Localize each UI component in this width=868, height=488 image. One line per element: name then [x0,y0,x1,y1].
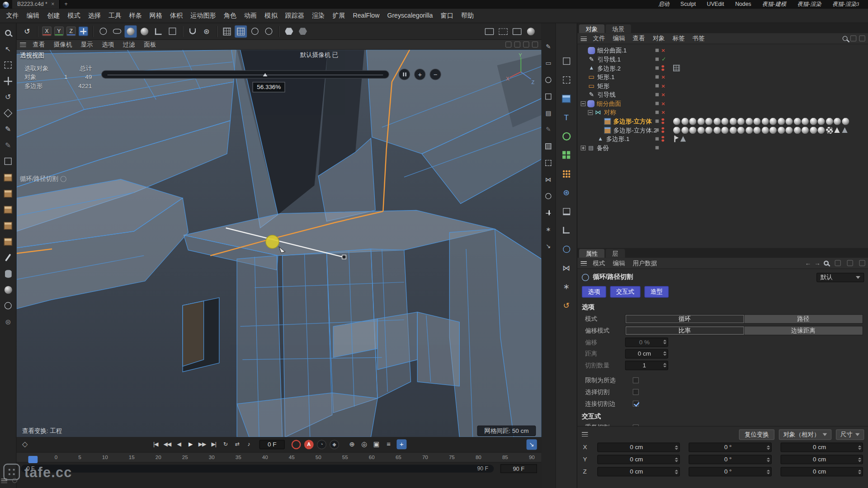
modeling-group-button[interactable]: 造型 [644,286,669,298]
visibility-dots[interactable] [661,65,664,71]
tree-row[interactable]: ✎ 引导线 × [577,90,868,99]
material-tag-icon[interactable] [705,117,712,125]
hexagon2-icon[interactable] [297,25,309,38]
viewport-option-icon[interactable] [514,42,520,47]
rect-tool-icon[interactable] [3,156,13,166]
stepper-icon[interactable] [663,361,667,369]
disabled-mark-icon[interactable]: × [661,47,665,53]
menu-volume[interactable]: 体积 [166,10,186,21]
snap-grid-icon[interactable] [235,25,247,38]
menu-select[interactable]: 选择 [84,10,104,21]
distance-field[interactable]: 0 cm [625,349,668,358]
pen-tool-icon[interactable]: ✎ [3,124,13,134]
cube-preset-icon[interactable] [3,220,13,230]
scale-x-field[interactable]: 0 cm [780,443,863,452]
stepper-icon[interactable] [766,443,770,451]
axis-icon[interactable] [544,208,553,217]
menu-tools[interactable]: 工具 [104,10,125,21]
am-menu-userdata[interactable]: 用户数据 [629,259,661,267]
frame-select-icon[interactable] [560,54,573,67]
playhead[interactable] [28,456,38,463]
material-tag-icon[interactable] [818,117,825,125]
cube-corner-tool-icon[interactable] [166,25,178,38]
material-tag-icon[interactable] [737,117,745,125]
material-tag-icon[interactable] [697,127,704,134]
position-z-field[interactable]: 0 cm [597,467,680,476]
autokey-button[interactable]: A [304,440,314,449]
goto-start-button[interactable]: |◀ [151,439,160,449]
snowflake-icon[interactable]: ∗ [560,280,573,293]
visibility-dots[interactable] [661,118,664,124]
object-relative-dropdown[interactable]: 对象（相对） [779,429,831,440]
viewport-option-icon[interactable] [505,42,511,47]
select-tool-icon[interactable]: ↖ [3,44,13,54]
tree-row[interactable]: ⋈ 对称 × [577,108,868,117]
disabled-mark-icon[interactable]: × [661,74,665,80]
menu-animate[interactable]: 动画 [240,10,260,21]
menu-window[interactable]: 窗口 [437,10,457,21]
scale-z-field[interactable]: 0 cm [780,467,863,476]
menu-file[interactable]: 文件 [2,10,23,21]
search-icon[interactable] [843,36,848,41]
cube-preset-icon[interactable] [3,236,13,247]
layers-icon[interactable]: ▤ [544,108,553,117]
stepper-icon[interactable] [766,455,770,464]
position-y-field[interactable]: 0 cm [597,455,680,465]
material-tag-icon[interactable] [778,127,785,134]
ring-icon[interactable] [544,192,553,201]
om-menu-edit[interactable]: 编辑 [609,34,629,42]
menu-help[interactable]: 帮助 [457,10,477,21]
tree-row[interactable]: ▲ 多边形.2 [577,64,868,73]
brush-tool-icon[interactable] [125,25,137,38]
cube-icon[interactable] [560,92,573,105]
uv-icon[interactable] [544,158,553,167]
enabled-mark-icon[interactable]: ✓ [661,56,666,62]
menu-icon[interactable] [580,36,586,41]
material-tag-icon[interactable] [713,127,721,134]
viewport-option-icon[interactable] [523,42,529,47]
ring-primitive-icon[interactable] [3,300,13,311]
menu-icon[interactable] [580,261,586,265]
disabled-mark-icon[interactable]: × [661,109,665,115]
material-tag-icon[interactable] [802,117,809,125]
export-arrow-icon[interactable]: ↘ [544,241,553,250]
visibility-dots[interactable] [661,127,664,133]
tab-layers[interactable]: 层 [606,249,625,258]
material-tag-icon[interactable] [689,127,696,134]
menu-render[interactable]: 渲染 [308,10,328,21]
om-menu-view[interactable]: 查看 [629,34,649,42]
zoom-tool-icon[interactable] [3,28,13,38]
preset-dropdown[interactable]: 默认 [816,272,864,282]
viewport-menu-options[interactable]: 选项 [98,40,119,48]
keyframe-selection-icon[interactable]: + [396,439,406,449]
axis-x-button[interactable]: X [42,27,52,36]
rect-outline-icon[interactable] [560,73,573,86]
collapse-expander-icon[interactable] [580,101,585,106]
reset-transform-button[interactable]: 复位变换 [739,429,774,440]
material-tag-icon[interactable] [793,127,801,134]
pen-icon[interactable]: ✎ [544,42,553,51]
stepper-icon[interactable] [675,455,679,464]
material-tag-icon[interactable] [754,127,761,134]
rotation-y-field[interactable]: 0 ° [689,455,772,465]
lock-icon[interactable] [835,260,841,266]
position-x-field[interactable]: 0 cm [597,443,680,452]
keyframe-diamond-icon[interactable]: ◇ [22,441,28,448]
material-tag-icon[interactable] [834,117,841,125]
viewport-menu-panel[interactable]: 面板 [140,40,161,48]
measure-icon[interactable] [560,224,573,237]
drop-to-floor-icon[interactable] [560,205,573,218]
scale-y-field[interactable]: 0 cm [780,455,863,465]
grid-icon[interactable] [221,25,233,38]
cube-preset-icon[interactable] [3,188,13,198]
hud-pause-button[interactable] [399,69,410,80]
cube-preset-icon[interactable] [3,172,13,183]
search-icon[interactable] [824,261,829,266]
stepper-icon[interactable] [858,443,862,451]
cylinder-tool-icon[interactable] [3,268,13,279]
stepper-icon[interactable] [675,443,679,451]
disabled-mark-icon[interactable]: × [661,100,665,106]
rotate-tool-icon[interactable]: ↺ [3,92,13,102]
axis-z-button[interactable]: Z [66,27,76,36]
gear-icon[interactable]: ⊛ [3,316,13,327]
